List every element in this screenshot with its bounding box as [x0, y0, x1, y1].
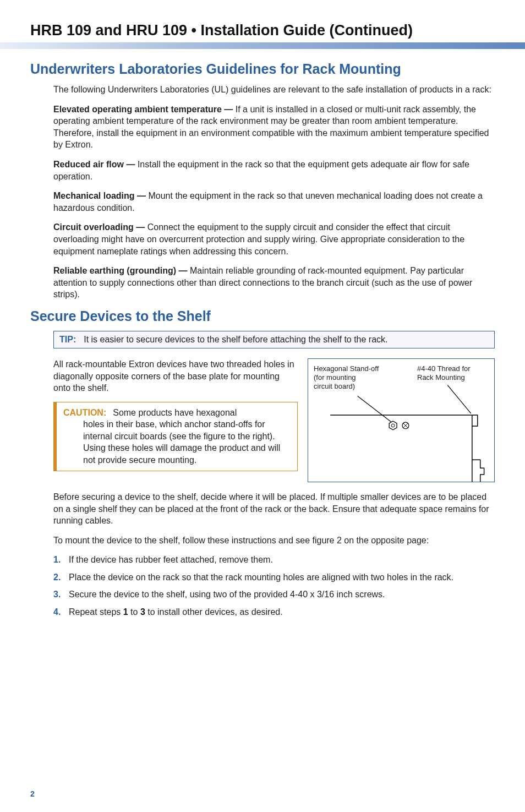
- step-text: Secure the device to the shelf, using tw…: [69, 590, 385, 599]
- guideline-term: Reliable earthing (grounding) —: [53, 266, 188, 275]
- step-ref-1: 1: [123, 607, 128, 617]
- title-gradient-band: [0, 42, 525, 49]
- guideline-term: Elevated operating ambient temperature —: [53, 105, 233, 114]
- step-post: to install other devices, as desired.: [145, 607, 283, 617]
- guideline-term: Reduced air flow —: [53, 160, 135, 169]
- step-number: 4.: [53, 606, 61, 618]
- steps-list: 1. If the device has rubber feet attache…: [53, 554, 495, 618]
- step-number: 3.: [53, 588, 61, 601]
- para-placement: Before securing a device to the shelf, d…: [53, 491, 495, 527]
- para-threaded-holes: All rack-mountable Extron devices have t…: [53, 358, 298, 394]
- caution-box: CAUTION:Some products have hexagonal hol…: [53, 402, 298, 471]
- tip-box: TIP:It is easier to secure devices to th…: [53, 331, 495, 348]
- svg-line-1: [447, 385, 471, 413]
- section1-intro: The following Underwriters Laboratories …: [53, 84, 495, 96]
- guideline-item: Reduced air flow — Install the equipment…: [53, 159, 495, 182]
- section2-body: TIP:It is easier to secure devices to th…: [30, 331, 495, 618]
- caution-lead: Some products have hexagonal: [113, 408, 237, 417]
- step-text: If the device has rubber feet attached, …: [69, 555, 273, 564]
- two-column-row: All rack-mountable Extron devices have t…: [53, 358, 495, 482]
- caution-rest: holes in their base, which anchor stand-…: [63, 418, 291, 466]
- right-column: Hexagonal Stand-off (for mounting circui…: [308, 358, 495, 482]
- section1-body: The following Underwriters Laboratories …: [30, 84, 495, 301]
- section2-heading: Secure Devices to the Shelf: [30, 308, 495, 324]
- tip-label: TIP:: [59, 335, 76, 344]
- guideline-item: Mechanical loading — Mount the equipment…: [53, 190, 495, 214]
- svg-marker-2: [389, 421, 397, 430]
- para-instructions-lead: To mount the device to the shelf, follow…: [53, 535, 495, 547]
- svg-line-0: [358, 396, 393, 423]
- caution-label: CAUTION:: [63, 408, 106, 417]
- step-pre: Repeat steps: [69, 607, 123, 617]
- list-item: 3. Secure the device to the shelf, using…: [53, 588, 495, 601]
- guideline-term: Mechanical loading —: [53, 191, 146, 200]
- guideline-item: Reliable earthing (grounding) — Maintain…: [53, 265, 495, 301]
- diagram-svg: [308, 359, 494, 482]
- list-item: 1. If the device has rubber feet attache…: [53, 554, 495, 566]
- guideline-term: Circuit overloading —: [53, 222, 145, 232]
- step-text: Place the device on the rack so that the…: [69, 573, 453, 582]
- step-number: 1.: [53, 554, 61, 566]
- tip-text: It is easier to secure devices to the sh…: [84, 335, 387, 344]
- guideline-item: Circuit overloading — Connect the equipm…: [53, 221, 495, 257]
- section1-heading: Underwriters Laboratories Guidelines for…: [30, 61, 495, 77]
- page-number: 2: [30, 789, 35, 798]
- list-item: 4. Repeat steps 1 to 3 to install other …: [53, 606, 495, 618]
- mounting-diagram: Hexagonal Stand-off (for mounting circui…: [308, 358, 495, 482]
- guideline-item: Elevated operating ambient temperature —…: [53, 103, 495, 151]
- doc-title: HRB 109 and HRU 109 • Installation Guide…: [30, 22, 495, 39]
- list-item: 2. Place the device on the rack so that …: [53, 571, 495, 584]
- step-mid: to: [128, 607, 140, 617]
- left-column: All rack-mountable Extron devices have t…: [53, 358, 298, 471]
- step-number: 2.: [53, 571, 61, 584]
- step-ref-3: 3: [140, 607, 145, 617]
